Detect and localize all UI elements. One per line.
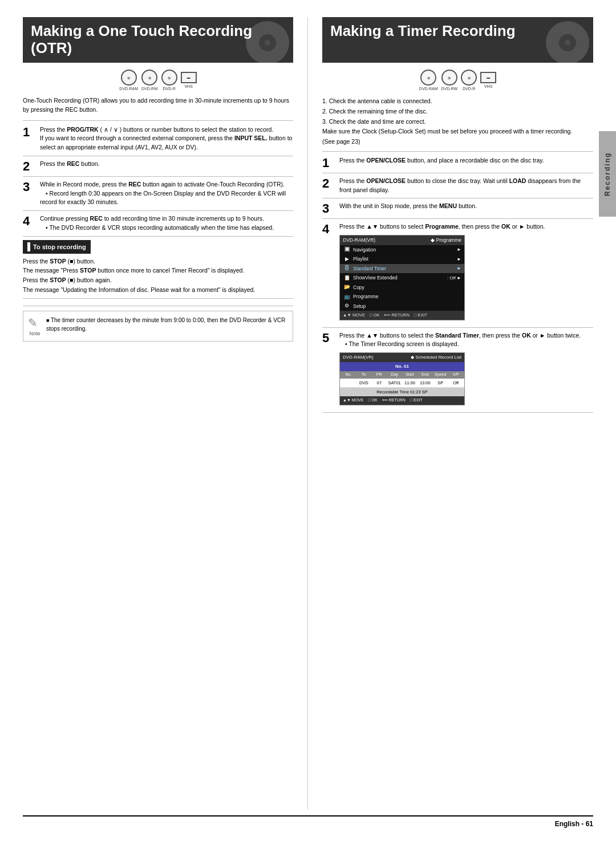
svg-point-5	[565, 40, 570, 46]
menu-row-copy: 📂 Copy	[340, 283, 464, 292]
menu-header-right: ◆ Programme	[431, 237, 461, 244]
col-no: No.	[342, 372, 355, 378]
right-dvd-r-icon: ⊙ DVD-R	[461, 70, 477, 91]
right-step-3-content: With the unit in Stop mode, press the ME…	[339, 202, 593, 215]
programme-label: Programme	[353, 293, 461, 300]
showview-ext-icon: 📋	[343, 274, 351, 282]
right-disc-decoration-icon	[545, 20, 590, 63]
setup-icon: ⚙	[343, 302, 351, 310]
rl-col-headers: No. To PR Day Start End Speed V/P	[340, 371, 464, 379]
two-column-layout: Making a One Touch Recording (OTR) ⊙ DVD…	[23, 17, 593, 810]
playlist-icon: ▶	[343, 255, 351, 263]
page-number: English - 61	[555, 820, 593, 828]
menu-row-standard-timer: 🗄 Standard Timer ►	[340, 264, 464, 274]
step-3-content: While in Record mode, press the REC butt…	[40, 180, 293, 207]
dvd-ram-icon: ⊙ DVD-RAM	[119, 70, 138, 91]
menu-screen-header: DVD-RAM(VR) ◆ Programme	[340, 235, 464, 245]
rl-footer-move: ▲▼ MOVE	[343, 397, 363, 404]
note-box: ✎ Note The timer counter decreases by th…	[23, 311, 293, 342]
right-step-num-4: 4	[322, 223, 335, 323]
side-tab-label: Recording	[603, 152, 611, 196]
right-divider-1	[322, 151, 593, 152]
rl-title-row: No. 01	[340, 362, 464, 371]
setup-label: Setup	[353, 303, 461, 310]
left-intro-text: One-Touch Recording (OTR) allows you to …	[23, 96, 293, 115]
scheduled-record-screen: DVD-RAM(VR) ◆ Scheduled Record List No. …	[339, 352, 465, 405]
vhs-icon: ▬ VHS	[181, 72, 197, 88]
rl-header-right: ◆ Scheduled Record List	[411, 354, 461, 361]
col-vp: V/P	[449, 372, 463, 378]
step-4-content: Continue pressing REC to add recording t…	[40, 214, 293, 233]
left-step-2: 2 Press the REC button.	[23, 160, 293, 177]
menu-header-left: DVD-RAM(VR)	[343, 237, 375, 244]
std-timer-arrow: ►	[457, 265, 461, 272]
note-bullet-icon	[46, 317, 51, 323]
prereq-5: (See page 23)	[322, 137, 593, 147]
right-step-1: 1 Press the OPEN/CLOSE button, and place…	[322, 156, 593, 173]
data-start: 11:00	[403, 380, 417, 386]
stop-section: To stop recording Press the STOP (■) but…	[23, 240, 293, 306]
rl-footer-return: ⟵ RETURN	[382, 397, 406, 404]
menu-row-showview-ext: 📋 ShowView Extended : Off ►	[340, 273, 464, 283]
menu-row-playlist: ▶ Playlist ►	[340, 254, 464, 264]
step-1-content: Press the PROG/TRK ( ∧ / ∨ ) buttons or …	[40, 125, 293, 152]
data-speed: SP	[433, 380, 447, 386]
rl-recordable-time: Recordable Time 01:23 SP	[340, 388, 464, 396]
data-no	[342, 380, 355, 386]
right-step-5: 5 Press the ▲▼ buttons to select the Sta…	[322, 331, 593, 413]
right-step-num-2: 2	[322, 177, 335, 195]
std-timer-label: Standard Timer	[353, 265, 455, 273]
stop-recording-heading: To stop recording	[23, 240, 91, 254]
heading-bar	[27, 242, 30, 251]
right-step-2-content: Press the OPEN/CLOSE button to close the…	[339, 177, 593, 195]
rl-header-left: DVD-RAM(VR)	[343, 354, 374, 361]
col-to: To	[357, 372, 371, 378]
col-speed: Speed	[433, 372, 447, 378]
data-vp: Off	[449, 380, 463, 386]
bottom-bar: English - 61	[23, 815, 593, 828]
right-title-text: Making a Timer Recording	[330, 23, 516, 40]
playlist-label: Playlist	[353, 255, 455, 263]
page: Making a One Touch Recording (OTR) ⊙ DVD…	[0, 0, 616, 845]
note-icon-area: ✎ Note	[28, 316, 42, 336]
right-step-2: 2 Press the OPEN/CLOSE button to close t…	[322, 177, 593, 199]
right-section-title: Making a Timer Recording	[322, 17, 593, 63]
note-content: The timer counter decreases by the minut…	[46, 317, 285, 332]
prereq-4: Make sure the Clock (Setup-Clock Set) mu…	[322, 127, 593, 136]
left-column: Making a One Touch Recording (OTR) ⊙ DVD…	[23, 17, 308, 810]
menu-row-navigation: 🔲 Navigation ►	[340, 245, 464, 255]
rl-screen-header: DVD-RAM(VR) ◆ Scheduled Record List	[340, 353, 464, 362]
stop-line-3: Press the STOP (■) button again.	[23, 275, 293, 285]
note-icon: ✎	[28, 316, 42, 330]
footer-exit: □ EXIT	[414, 312, 427, 318]
std-timer-icon: 🗄	[343, 265, 351, 273]
prereq-3: 3. Check the date and time are correct.	[322, 117, 593, 127]
dvd-r-icon: ⊙ DVD-R	[161, 70, 177, 91]
col-pr: PR	[372, 372, 386, 378]
prereq-1: 1. Check the antenna cable is connected.	[322, 96, 593, 106]
stop-line-2: The message "Press STOP button once more…	[23, 266, 293, 275]
prereq-2: 2. Check the remaining time of the disc.	[322, 107, 593, 116]
data-day: SAT01	[388, 380, 402, 386]
right-step-4: 4 Press the ▲▼ buttons to select Program…	[322, 222, 593, 327]
right-media-icons: ⊙ DVD-RAM ⊙ DVD-RW ⊙ DVD-R ▬ VHS	[322, 70, 593, 91]
prereq-list: 1. Check the antenna cable is connected.…	[322, 96, 593, 147]
rl-footer: ▲▼ MOVE □ OK ⟵ RETURN □ EXIT	[340, 396, 464, 405]
left-title-text: Making a One Touch Recording (OTR)	[31, 23, 285, 57]
left-step-4: 4 Continue pressing REC to add recording…	[23, 214, 293, 237]
stop-line-1: Press the STOP (■) button.	[23, 257, 293, 266]
step-num-4: 4	[23, 215, 35, 233]
left-section-title: Making a One Touch Recording (OTR)	[23, 17, 293, 63]
data-pr: 07	[372, 380, 386, 386]
left-step-3: 3 While in Record mode, press the REC bu…	[23, 180, 293, 211]
stop-line-4: The message "Updating the Information of…	[23, 285, 293, 295]
step-2-content: Press the REC button.	[40, 160, 293, 173]
right-step-num-3: 3	[322, 202, 335, 215]
copy-label: Copy	[353, 284, 461, 291]
left-media-icons: ⊙ DVD-RAM ⊙ DVD-RW ⊙ DVD-R ▬ VHS	[23, 70, 293, 91]
data-to: DVD	[357, 380, 371, 386]
right-step-num-1: 1	[322, 157, 335, 169]
data-end: 13:00	[418, 380, 432, 386]
stop-recording-label: To stop recording	[33, 243, 86, 250]
note-text: The timer counter decreases by the minut…	[46, 316, 288, 334]
